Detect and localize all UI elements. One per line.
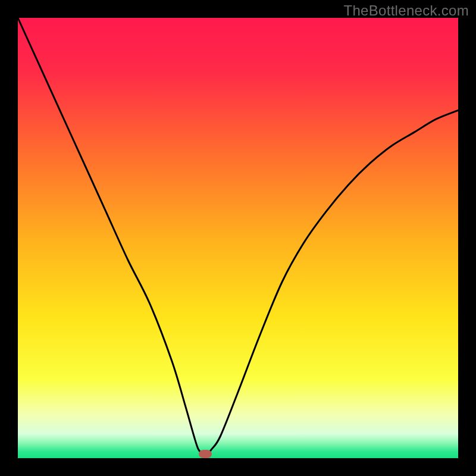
min-point-marker: [199, 450, 212, 458]
bottleneck-curve: [18, 18, 458, 458]
chart-stage: TheBottleneck.com: [0, 0, 476, 476]
watermark-text: TheBottleneck.com: [343, 2, 469, 19]
plot-area: [18, 18, 458, 458]
